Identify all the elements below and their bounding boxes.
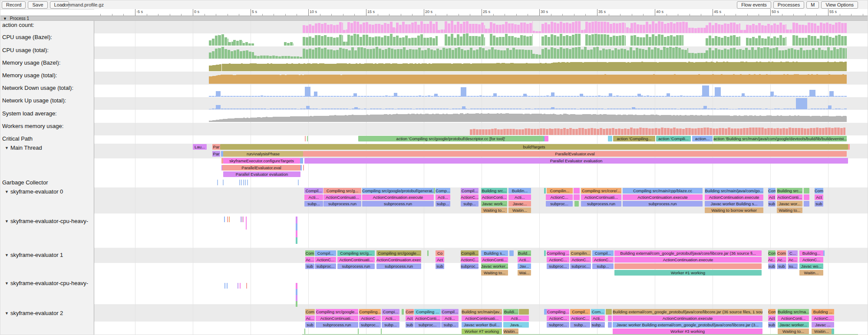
track-label-skyframe-evaluator-2[interactable]: ▼skyframe-evaluator 2 <box>5 310 63 316</box>
trace-event-bar[interactable]: sub <box>305 263 314 269</box>
trace-event-bar[interactable]: sub <box>436 263 444 269</box>
trace-event-bar[interactable]: Acti... <box>518 257 531 263</box>
trace-tick[interactable] <box>296 217 297 223</box>
trace-event-bar[interactable]: sub <box>777 263 786 269</box>
trace-event-bar[interactable]: Com <box>768 188 776 194</box>
trace-event-bar[interactable]: Compi... <box>382 309 399 315</box>
trace-event-bar[interactable]: Com <box>305 309 315 315</box>
trace-event-bar[interactable] <box>823 250 825 256</box>
trace-event-bar[interactable] <box>608 315 612 321</box>
trace-event-bar[interactable]: subp... <box>441 322 459 328</box>
trace-event-bar[interactable] <box>519 309 529 315</box>
trace-event-bar[interactable]: ActionConti... <box>777 194 802 200</box>
view-options-button[interactable]: View Options <box>821 1 858 9</box>
trace-event-bar[interactable]: Building external/com_google_protobuf/ja… <box>613 309 762 315</box>
trace-event-bar[interactable]: Ac... <box>768 257 776 263</box>
trace-event-bar[interactable]: Ac... <box>305 315 315 321</box>
trace-tick[interactable] <box>224 283 225 289</box>
collapse-arrow-icon[interactable]: ▼ <box>5 146 9 150</box>
trace-event-bar[interactable]: Javac worker... <box>778 322 809 328</box>
trace-event-bar[interactable]: Compiling src/google... <box>376 250 421 256</box>
collapse-arrow-icon[interactable]: ▼ <box>5 190 9 194</box>
trace-event-bar[interactable]: subprocess.run <box>316 322 358 328</box>
trace-tick[interactable] <box>296 295 297 301</box>
trace-tick[interactable] <box>239 180 240 185</box>
trace-event-bar[interactable]: ActionC... <box>570 257 591 263</box>
trace-event-bar[interactable]: action 'Compili... <box>656 136 691 141</box>
trace-event-bar[interactable] <box>614 263 762 269</box>
trace-event-bar[interactable]: Building ... <box>812 309 834 315</box>
trace-event-bar[interactable]: subp... <box>570 322 590 328</box>
trace-event-bar[interactable] <box>608 322 612 328</box>
trace-event-bar[interactable] <box>804 194 809 200</box>
flow-events-button[interactable]: Flow events <box>737 1 771 9</box>
trace-event-bar[interactable]: Wai... <box>518 270 531 276</box>
trace-event-bar[interactable]: Compil... <box>304 188 323 194</box>
trace-event-bar[interactable]: ActionConti... <box>778 315 809 321</box>
processes-button[interactable]: Processes <box>773 1 804 9</box>
trace-event-bar[interactable] <box>545 136 548 141</box>
trace-event-bar[interactable]: Building src/main/java/com/go... <box>705 188 763 194</box>
trace-event-bar[interactable]: Javac wor... <box>777 201 802 207</box>
trace-tick[interactable] <box>217 180 218 185</box>
trace-event-bar[interactable]: Waitin... <box>503 328 518 334</box>
trace-event-bar[interactable]: Building src/ma... <box>778 309 809 315</box>
collapse-arrow-icon[interactable]: ▼ <box>5 311 9 315</box>
trace-event-bar[interactable]: subproc... <box>461 263 479 269</box>
trace-event-bar[interactable] <box>848 144 850 150</box>
trace-event-bar[interactable]: Worker #3 working <box>613 328 762 334</box>
trace-event-bar[interactable]: Comp... <box>436 188 450 194</box>
trace-event-bar[interactable] <box>608 136 612 141</box>
trace-event-bar[interactable]: Waitin... <box>508 207 531 213</box>
trace-event-bar[interactable]: subproc... <box>547 263 569 269</box>
trace-tick[interactable] <box>298 180 299 185</box>
trace-event-bar[interactable]: Javac worker Building external/com_googl… <box>613 322 762 328</box>
trace-tick[interactable] <box>296 289 297 295</box>
trace-event-bar[interactable]: Par <box>212 144 220 150</box>
trace-event-bar[interactable]: Com... <box>591 309 605 315</box>
trace-tick[interactable] <box>241 180 242 185</box>
trace-event-bar[interactable]: ActionContinuati... <box>323 194 361 200</box>
trace-event-bar[interactable]: ActionContinuation.execute <box>376 257 421 263</box>
trace-event-bar[interactable]: Building... <box>799 250 823 256</box>
trace-event-bar[interactable]: ActionC... <box>592 257 614 263</box>
trace-event-bar[interactable] <box>804 188 809 194</box>
trace-event-bar[interactable]: Acti... <box>503 315 529 321</box>
trace-event-bar[interactable]: Act <box>406 315 414 321</box>
trace-event-bar[interactable]: Waiting to... <box>778 328 809 334</box>
collapse-arrow-icon[interactable]: ▼ <box>5 219 9 223</box>
trace-event-bar[interactable]: ActionContinuation.execute <box>705 194 763 200</box>
trace-event-bar[interactable] <box>358 328 359 334</box>
trace-event-bar[interactable]: Javac wo... <box>799 263 823 269</box>
trace-tick[interactable] <box>246 283 247 289</box>
trace-event-bar[interactable]: Act <box>815 194 823 200</box>
track-label-main-thread[interactable]: ▼Main Thread <box>5 145 42 151</box>
trace-event-bar[interactable]: ActionContinuation.execute <box>623 194 703 200</box>
trace-event-bar[interactable]: Javac ... <box>812 322 834 328</box>
trace-event-bar[interactable]: ActionC... <box>461 257 479 263</box>
trace-event-bar[interactable]: Ac... <box>788 257 798 263</box>
trace-tick[interactable] <box>224 217 225 222</box>
trace-event-bar[interactable]: Compiling src/core/... <box>581 188 621 194</box>
trace-tick[interactable] <box>245 180 246 185</box>
trace-event-bar[interactable]: Build... <box>518 250 531 256</box>
trace-event-bar[interactable]: ActionContinuati... <box>337 257 375 263</box>
trace-event-bar[interactable]: ActionConti... <box>481 194 507 200</box>
trace-event-bar[interactable] <box>804 201 809 207</box>
trace-event-bar[interactable]: Par <box>212 151 220 157</box>
trace-tick[interactable] <box>296 230 297 237</box>
trace-event-bar[interactable]: ActionC... <box>812 315 834 321</box>
trace-tick[interactable] <box>296 237 297 244</box>
trace-event-bar[interactable]: Act <box>436 257 444 263</box>
trace-event-bar[interactable]: Acti... <box>441 315 459 321</box>
trace-tick[interactable] <box>227 217 228 222</box>
trace-event-bar[interactable]: Compiling src/google/protobuf/generat... <box>362 188 434 194</box>
trace-event-bar[interactable] <box>305 136 306 141</box>
trace-event-bar[interactable]: action 'Compiling src/google/protobuf/de… <box>358 136 543 141</box>
trace-event-bar[interactable]: Acti... <box>382 315 399 321</box>
trace-event-bar[interactable]: Jav... <box>518 263 531 269</box>
trace-event-bar[interactable]: sub <box>768 201 776 207</box>
trace-event-bar[interactable] <box>402 309 404 315</box>
trace-event-bar[interactable] <box>434 188 435 194</box>
trace-event-bar[interactable] <box>300 158 303 164</box>
